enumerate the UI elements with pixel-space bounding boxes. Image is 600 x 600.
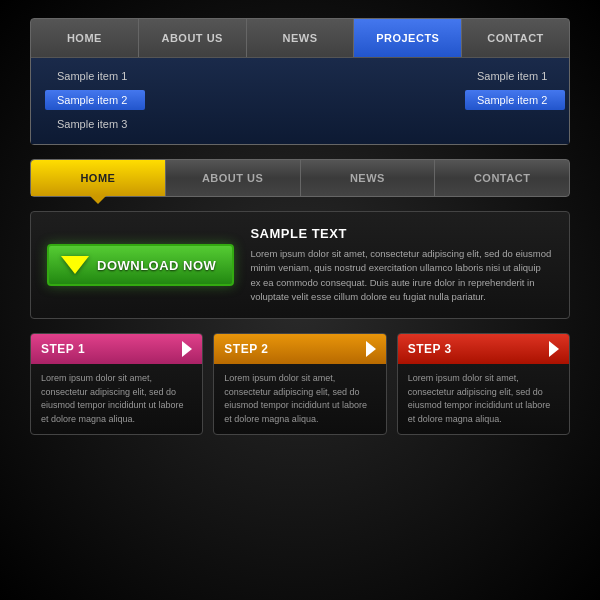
step-2-label: STEP 2 [224, 342, 268, 356]
nav1-contact[interactable]: CONTACT [462, 19, 569, 57]
nav1-about[interactable]: ABOUT US [139, 19, 247, 57]
step-3-label: STEP 3 [408, 342, 452, 356]
nav2: HOME ABOUT US NEWS CONTACT [30, 159, 570, 197]
download-label: DOWNLOAD NOW [97, 258, 216, 273]
step-2-body: Lorem ipsum dolor sit amet, consectetur … [214, 364, 385, 434]
step-3-arrow-icon [549, 341, 559, 357]
nav2-news[interactable]: NEWS [301, 160, 436, 196]
dropdown-row-1: Sample item 1 Sample item 1 [31, 64, 569, 88]
step-1-header[interactable]: STEP 1 [31, 334, 202, 364]
step-2-header[interactable]: STEP 2 [214, 334, 385, 364]
step-2-arrow-icon [366, 341, 376, 357]
download-button[interactable]: DOWNLOAD NOW [47, 244, 234, 286]
step-2-card: STEP 2 Lorem ipsum dolor sit amet, conse… [213, 333, 386, 435]
step-1-label: STEP 1 [41, 342, 85, 356]
steps-wrapper: STEP 1 Lorem ipsum dolor sit amet, conse… [30, 333, 570, 435]
content-title: SAMPLE TEXT [250, 226, 553, 241]
dropdown-item-1-1[interactable]: Sample item 1 [45, 66, 145, 86]
content-text: SAMPLE TEXT Lorem ipsum dolor sit amet, … [250, 226, 553, 304]
nav1: HOME ABOUT US NEWS PROJECTS CONTACT Samp… [30, 18, 570, 145]
dropdown-row-2: Sample item 2 Sample item 2 [31, 88, 569, 112]
content-body: Lorem ipsum dolor sit amet, consectetur … [250, 247, 553, 304]
step-3-body: Lorem ipsum dolor sit amet, consectetur … [398, 364, 569, 434]
nav1-dropdown: Sample item 1 Sample item 1 Sample item … [31, 57, 569, 144]
step-1-body: Lorem ipsum dolor sit amet, consectetur … [31, 364, 202, 434]
nav2-about[interactable]: ABOUT US [166, 160, 301, 196]
nav1-bar: HOME ABOUT US NEWS PROJECTS CONTACT [31, 19, 569, 57]
step-1-arrow-icon [182, 341, 192, 357]
step-1-card: STEP 1 Lorem ipsum dolor sit amet, conse… [30, 333, 203, 435]
content-block: DOWNLOAD NOW SAMPLE TEXT Lorem ipsum dol… [30, 211, 570, 319]
dropdown-row-3: Sample item 3 [31, 112, 569, 136]
nav2-contact[interactable]: CONTACT [435, 160, 569, 196]
nav1-news[interactable]: NEWS [247, 19, 355, 57]
dropdown-item-2-1[interactable]: Sample item 2 [45, 90, 145, 110]
nav1-home[interactable]: HOME [31, 19, 139, 57]
dropdown-item-3-1[interactable]: Sample item 3 [45, 114, 145, 134]
step-3-header[interactable]: STEP 3 [398, 334, 569, 364]
dropdown-item-2-2[interactable]: Sample item 2 [465, 90, 565, 110]
dropdown-item-1-2[interactable]: Sample item 1 [465, 66, 565, 86]
nav2-home[interactable]: HOME [31, 160, 166, 196]
nav1-projects[interactable]: PROJECTS [354, 19, 462, 57]
step-3-card: STEP 3 Lorem ipsum dolor sit amet, conse… [397, 333, 570, 435]
download-arrow-icon [61, 256, 89, 274]
